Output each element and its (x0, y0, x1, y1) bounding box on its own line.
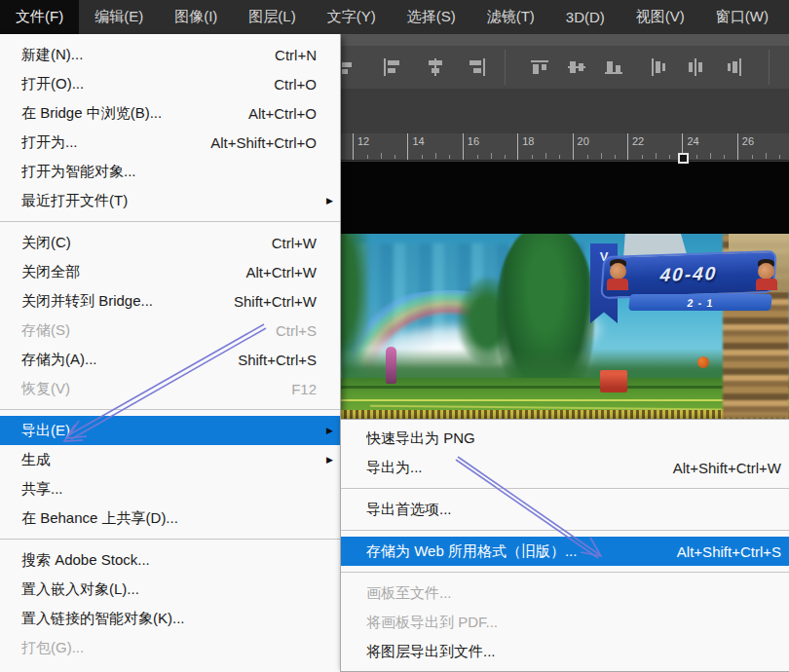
menu-item[interactable]: 打开为...Alt+Shift+Ctrl+O (0, 128, 340, 157)
ruler-segment: 26 (737, 133, 789, 161)
ruler-tick (656, 153, 657, 159)
menu-item[interactable]: 将画板导出到 PDF... (341, 608, 789, 637)
menu-separator (341, 482, 789, 495)
menu-item[interactable]: 最近打开文件(T)▶ (0, 186, 340, 215)
distribute-right-edges-icon[interactable] (725, 56, 746, 78)
menu-item[interactable]: 快速导出为 PNG (341, 424, 789, 453)
align-top-edges-icon[interactable] (529, 56, 550, 78)
menubar-item[interactable]: 文件(F) (0, 0, 79, 34)
ruler-tick (766, 153, 767, 159)
menu-item-label: 置入链接的智能对象(K)... (21, 610, 317, 628)
menubar: 文件(F)编辑(E)图像(I)图层(L)文字(Y)选择(S)滤镜(T)3D(D)… (0, 0, 789, 34)
menu-item[interactable]: 在 Behance 上共享(D)... (0, 504, 340, 533)
align-bottom-edges-icon[interactable] (603, 56, 624, 78)
menu-item[interactable]: 打包(G)... (0, 633, 340, 662)
player-portrait (610, 263, 626, 280)
menu-item[interactable]: 共享... (0, 474, 340, 504)
menu-item[interactable]: 存储(S)Ctrl+S (0, 316, 340, 345)
menubar-item[interactable]: 滤镜(T) (471, 0, 550, 34)
basketball (697, 356, 709, 368)
menubar-item[interactable]: 窗口(W) (700, 0, 784, 34)
ruler-tick (435, 153, 436, 159)
menu-item[interactable]: 存储为(A)...Shift+Ctrl+S (0, 345, 340, 374)
menu-item[interactable]: 置入嵌入对象(L)... (0, 575, 340, 604)
align-vertical-centers-icon[interactable] (566, 56, 587, 78)
menu-item-label: 存储(S) (21, 321, 276, 340)
ruler-segment: 22 (627, 133, 682, 161)
menu-item-label: 打包(G)... (21, 639, 317, 657)
ruler-segment: 14 (407, 133, 462, 161)
distribute-left-edges-icon[interactable] (647, 56, 668, 78)
menu-item[interactable]: 画板至文件... (341, 579, 789, 608)
menu-item[interactable]: 将图层复合导出到 PDF... (341, 666, 789, 672)
menu-item[interactable]: 关闭全部Alt+Ctrl+W (0, 257, 340, 286)
submenu-arrow-icon: ▶ (326, 196, 333, 205)
ruler-tick (505, 155, 506, 159)
ruler-number: 16 (468, 135, 479, 147)
menu-item[interactable]: 打开为智能对象... (0, 157, 340, 186)
menu-item-label: 搜索 Adobe Stock... (21, 551, 317, 570)
ruler-position-marker (678, 153, 689, 164)
align-left-edges-icon[interactable] (382, 56, 403, 78)
round-score: 2 - 1 (628, 294, 772, 311)
ruler-tick (587, 155, 588, 159)
ruler-number: 20 (578, 135, 589, 147)
menubar-item[interactable]: 编辑(E) (79, 0, 159, 34)
menu-item[interactable]: 搜索 Adobe Stock... (0, 545, 340, 575)
menu-item[interactable]: 生成▶ (0, 445, 340, 474)
horizontal-ruler: 1214161820222426 (341, 133, 789, 161)
ruler-tick (642, 155, 643, 159)
menu-item-label: 恢复(V) (21, 380, 291, 398)
ruler-tick (422, 155, 423, 159)
ruler-number: 26 (742, 135, 754, 147)
menu-item-label: 关闭并转到 Bridge... (21, 292, 234, 311)
menubar-item[interactable]: 帮助(H) (784, 0, 789, 34)
menubar-item[interactable]: 图层(L) (233, 0, 311, 34)
menu-item[interactable]: 导出首选项... (341, 495, 789, 524)
menu-item-label: 在 Bridge 中浏览(B)... (21, 104, 248, 123)
menu-item-label: 共享... (21, 480, 317, 499)
ruler-segment: 16 (463, 133, 517, 161)
menu-item-shortcut: Alt+Ctrl+O (248, 105, 317, 122)
distribute-horizontal-centers-icon[interactable] (685, 56, 706, 78)
menu-item[interactable]: 新建(N)...Ctrl+N (0, 40, 340, 69)
menubar-item[interactable]: 图像(I) (159, 0, 233, 34)
menu-item[interactable]: 导出为...Alt+Shift+Ctrl+W (341, 453, 789, 482)
menu-item[interactable]: 存储为 Web 所用格式（旧版）...Alt+Shift+Ctrl+S (341, 537, 789, 566)
ruler-segment: 24 (682, 133, 736, 161)
submenu-arrow-icon: ▶ (326, 455, 333, 465)
menu-item[interactable]: 在 Bridge 中浏览(B)...Alt+Ctrl+O (0, 98, 340, 128)
menu-item[interactable]: 导出(E)▶ (0, 416, 340, 445)
options-bar-divider (769, 50, 770, 85)
menu-item-shortcut: Alt+Shift+Ctrl+W (673, 460, 781, 476)
menu-separator (341, 524, 789, 537)
menu-item-shortcut: Shift+Ctrl+S (238, 352, 317, 368)
ruler-tick (710, 153, 711, 159)
align-horizontal-centers-icon[interactable] (425, 56, 446, 78)
menubar-item[interactable]: 文字(Y) (312, 0, 392, 34)
menubar-item[interactable]: 选择(S) (392, 0, 471, 34)
court-line (341, 399, 789, 401)
align-right-edges-icon[interactable] (466, 56, 487, 78)
menubar-item[interactable]: 视图(V) (620, 0, 700, 34)
menu-item-label: 打开(O)... (21, 75, 274, 93)
menu-item[interactable]: 关闭(C)Ctrl+W (0, 228, 340, 257)
options-bar-divider (505, 50, 506, 85)
menubar-item[interactable]: 3D(D) (550, 0, 620, 34)
menu-item-shortcut: Alt+Ctrl+W (245, 264, 317, 280)
ruler-number: 12 (357, 135, 369, 147)
ruler-tick (394, 155, 395, 159)
menu-item[interactable]: 将图层导出到文件... (341, 637, 789, 666)
red-cooler-box (600, 370, 627, 392)
menu-item[interactable]: 打开(O)...Ctrl+O (0, 69, 340, 98)
menu-item-label: 最近打开文件(T) (21, 192, 317, 210)
ruler-tick (545, 153, 546, 159)
menu-item[interactable]: 置入链接的智能对象(K)... (0, 604, 340, 633)
menu-item[interactable]: 关闭并转到 Bridge...Shift+Ctrl+W (0, 286, 340, 316)
ruler-number: 24 (687, 135, 698, 147)
menu-item-shortcut: Alt+Shift+Ctrl+S (677, 543, 781, 560)
ruler-tick (477, 155, 478, 159)
menu-item-shortcut: Ctrl+N (275, 47, 317, 63)
menu-item[interactable]: 恢复(V)F12 (0, 374, 340, 403)
menu-separator (341, 566, 789, 579)
